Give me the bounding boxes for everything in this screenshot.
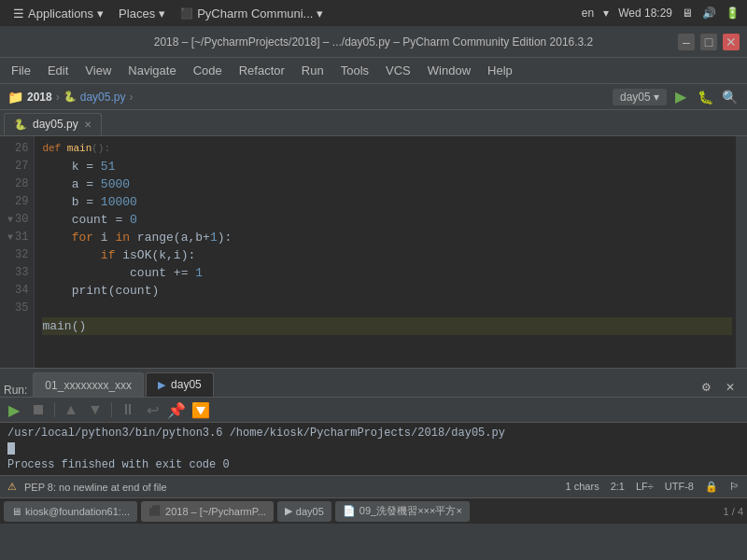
minimize-button[interactable]: – [678, 34, 695, 50]
folded-indicator: def main(): [42, 140, 110, 158]
maximize-button[interactable]: □ [700, 34, 717, 50]
filter-button[interactable]: 🔽 [190, 399, 211, 420]
run-settings-button[interactable]: ⚙ [697, 378, 715, 397]
menu-help[interactable]: Help [480, 62, 520, 79]
run-toolbar: ▶ ⏹ ▲ ▼ ⏸ ↩ 📌 🔽 [0, 398, 747, 423]
code-line-28: b = 10000 [42, 193, 732, 211]
menu-tools[interactable]: Tools [333, 62, 376, 79]
scroll-down-button[interactable]: ▼ [85, 399, 106, 420]
fold-arrow-31[interactable]: ▼ [7, 229, 13, 246]
wrap-icon: ↩ [147, 401, 159, 419]
status-bar: ⚠ PEP 8: no newline at end of file 1 cha… [0, 475, 747, 497]
pause-button[interactable]: ⏸ [118, 399, 138, 420]
window-controls: – □ ✕ [678, 34, 740, 50]
search-everywhere-button[interactable]: 🔍 [719, 87, 740, 107]
run-output[interactable]: /usr/local/python3/bin/python3.6 /home/k… [0, 423, 747, 475]
code-line-top: def main(): [42, 140, 732, 158]
run-exit-message: Process finished with exit code 0 [7, 458, 740, 471]
taskbar-terminal-label: kiosk@foundation61:... [25, 506, 130, 517]
menu-edit[interactable]: Edit [40, 62, 76, 79]
run-config-label: day05 [620, 91, 651, 104]
pin-button[interactable]: 📌 [166, 399, 187, 420]
scroll-down-icon: ▼ [88, 401, 103, 418]
applications-menu[interactable]: ☰ Applications ▾ [7, 5, 109, 22]
line-num-29: 29 [7, 193, 28, 211]
run-tabs: Run: 01_xxxxxxxx_xxx ▶ day05 ⚙ ✕ [0, 368, 747, 398]
code-line-30: for i in range(a,b+1): [42, 229, 732, 246]
encoding: UTF-8 [665, 481, 694, 493]
menu-run[interactable]: Run [294, 62, 331, 79]
menu-view[interactable]: View [78, 62, 119, 79]
line-numbers: 26 27 28 29 ▼30 ▼31 32 33 34 35 [0, 136, 35, 368]
taskbar-page: 1 / 4 [724, 506, 743, 517]
code-content[interactable]: def main(): k = 51 a = 5000 b = 10000 co… [35, 136, 736, 368]
code-editor[interactable]: 26 27 28 29 ▼30 ▼31 32 33 34 35 def main… [0, 136, 747, 368]
run-config-selector[interactable]: day05 ▾ [613, 89, 667, 105]
title-bar: 2018 – [~/PycharmProjects/2018] – .../da… [0, 26, 747, 58]
breadcrumb-sep-1: › [56, 91, 60, 104]
rerun-button[interactable]: ▶ [4, 399, 24, 420]
taskbar-day05-label: day05 [296, 506, 324, 517]
line-ending: LF÷ [636, 481, 654, 493]
line-num-31: ▼31 [7, 229, 28, 246]
taskbar-file-label: 09_洗發機習×××平方× [359, 504, 462, 518]
cursor-blink [7, 442, 15, 455]
menu-file[interactable]: File [4, 62, 38, 79]
app-menu-arrow: ▾ [97, 7, 104, 21]
taskbar-day05[interactable]: ▶ day05 [277, 501, 331, 522]
run-cursor-line [7, 441, 740, 455]
fold-arrow-30[interactable]: ▼ [7, 211, 13, 229]
line-num-33: 33 [7, 264, 28, 282]
code-line-34 [42, 300, 732, 317]
scroll-up-button[interactable]: ▲ [61, 399, 81, 420]
places-menu[interactable]: Places ▾ [113, 5, 171, 22]
run-button[interactable]: ▶ [670, 87, 691, 107]
sys-icon-1: 🖥 [682, 7, 693, 20]
menu-navigate[interactable]: Navigate [120, 62, 183, 79]
warning-icon: ⚠ [7, 481, 17, 493]
lock-icon: 🔒 [705, 481, 718, 493]
pin-icon: 📌 [167, 401, 186, 419]
taskbar-pycharm[interactable]: ⬛ 2018 – [~/PycharmP... [141, 501, 274, 522]
code-line-32: count += 1 [42, 264, 732, 282]
debug-button[interactable]: 🐛 [695, 87, 715, 107]
run-config-arrow: ▾ [654, 91, 659, 104]
run-close-button[interactable]: ✕ [721, 378, 740, 397]
taskbar-terminal[interactable]: 🖥 kiosk@foundation61:... [4, 501, 137, 522]
status-message: PEP 8: no newline at end of file [24, 482, 167, 493]
code-line-33: print(count) [42, 282, 732, 300]
sys-icon-3: 🔋 [726, 7, 740, 20]
window-menu[interactable]: ⬛ PyCharm Communi... ▾ [175, 5, 329, 22]
menu-window[interactable]: Window [420, 62, 478, 79]
tab-close-button[interactable]: ✕ [84, 119, 92, 130]
stop-button[interactable]: ⏹ [28, 399, 49, 420]
menu-vcs[interactable]: VCS [378, 62, 418, 79]
close-button[interactable]: ✕ [723, 34, 740, 50]
places-arrow: ▾ [159, 7, 165, 21]
line-num-28: 28 [7, 175, 28, 193]
window-arrow: ▾ [317, 7, 323, 21]
run-tab-active[interactable]: ▶ day05 [146, 372, 214, 397]
breadcrumb-file[interactable]: day05.py [80, 91, 126, 104]
folder-icon: 📁 [7, 90, 23, 105]
taskbar: 🖥 kiosk@foundation61:... ⬛ 2018 – [~/Pyc… [0, 497, 747, 524]
file-tab-day05[interactable]: 🐍 day05.py ✕ [4, 113, 102, 135]
app-menu-icon: ☰ [13, 7, 24, 21]
line-num-32: 32 [7, 246, 28, 264]
line-num-30: ▼30 [7, 211, 28, 229]
run-tab-inactive[interactable]: 01_xxxxxxxx_xxx [33, 372, 144, 397]
breadcrumb-root[interactable]: 2018 [27, 91, 52, 104]
taskbar-pycharm-label: 2018 – [~/PycharmP... [165, 506, 266, 517]
wrap-output-button[interactable]: ↩ [142, 399, 162, 420]
places-label: Places [119, 7, 155, 21]
day05-icon: ▶ [285, 505, 292, 517]
menu-refactor[interactable]: Refactor [232, 62, 292, 79]
taskbar-file[interactable]: 📄 09_洗發機習×××平方× [335, 501, 470, 522]
system-bar: ☰ Applications ▾ Places ▾ ⬛ PyCharm Comm… [0, 0, 747, 26]
menu-code[interactable]: Code [186, 62, 230, 79]
stop-icon: ⏹ [31, 401, 46, 418]
terminal-icon: 🖥 [11, 506, 21, 517]
line-num-35: 35 [7, 300, 28, 317]
editor-scrollbar[interactable] [736, 136, 747, 368]
breadcrumb-sep-2: › [129, 91, 133, 104]
